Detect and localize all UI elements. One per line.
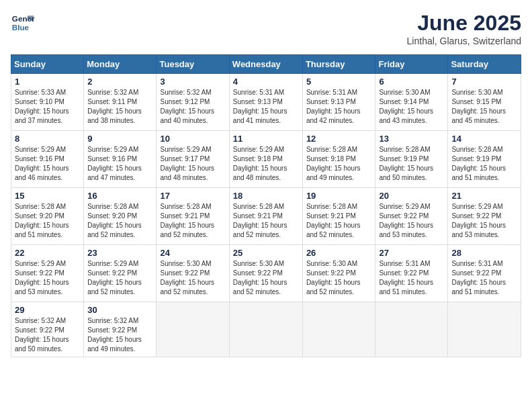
day-number: 7 [451,77,517,87]
header-tuesday: Tuesday [157,55,229,74]
day-number: 21 [451,191,517,201]
day-number: 4 [233,77,299,87]
calendar-day-cell: 9 Sunrise: 5:29 AM Sunset: 9:16 PM Dayli… [84,131,157,188]
calendar-week-row: 8 Sunrise: 5:29 AM Sunset: 9:16 PM Dayli… [11,131,521,188]
title-block: June 2025 Linthal, Glarus, Switzerland [407,11,521,46]
calendar-week-row: 15 Sunrise: 5:28 AM Sunset: 9:20 PM Dayl… [11,188,521,245]
daylight-label: Daylight: 15 hours and 52 minutes. [87,222,142,238]
day-number: 14 [451,134,517,144]
calendar-day-cell [157,302,229,357]
sunset-label: Sunset: 9:16 PM [15,155,64,163]
day-number: 8 [15,134,80,144]
day-detail: Sunrise: 5:30 AM Sunset: 9:22 PM Dayligh… [233,259,299,297]
sunset-label: Sunset: 9:15 PM [451,98,501,105]
sunset-label: Sunset: 9:20 PM [87,212,137,220]
header-wednesday: Wednesday [229,55,302,74]
day-detail: Sunrise: 5:29 AM Sunset: 9:16 PM Dayligh… [87,145,152,183]
sunset-label: Sunset: 9:19 PM [451,155,501,163]
sunset-label: Sunset: 9:22 PM [451,212,501,220]
sunrise-label: Sunrise: 5:28 AM [233,203,284,210]
sunrise-label: Sunrise: 5:31 AM [233,89,284,96]
day-number: 9 [87,134,152,144]
sunset-label: Sunset: 9:18 PM [233,155,283,163]
sunrise-label: Sunrise: 5:28 AM [15,203,66,210]
daylight-label: Daylight: 15 hours and 52 minutes. [306,222,361,238]
day-number: 25 [233,248,299,258]
sunrise-label: Sunrise: 5:32 AM [87,89,138,96]
sunset-label: Sunset: 9:14 PM [379,98,429,105]
sunset-label: Sunset: 9:22 PM [379,212,429,220]
sunrise-label: Sunrise: 5:30 AM [160,260,211,267]
day-number: 1 [15,77,80,87]
sunrise-label: Sunrise: 5:28 AM [87,203,138,210]
calendar-day-cell: 20 Sunrise: 5:29 AM Sunset: 9:22 PM Dayl… [375,188,448,245]
calendar-day-cell: 26 Sunrise: 5:30 AM Sunset: 9:22 PM Dayl… [302,245,375,302]
daylight-label: Daylight: 15 hours and 52 minutes. [160,279,214,295]
header-monday: Monday [84,55,157,74]
sunrise-label: Sunrise: 5:29 AM [87,260,138,267]
daylight-label: Daylight: 15 hours and 52 minutes. [233,279,287,295]
daylight-label: Daylight: 15 hours and 53 minutes. [451,222,506,238]
daylight-label: Daylight: 15 hours and 53 minutes. [379,222,433,238]
calendar-day-cell: 8 Sunrise: 5:29 AM Sunset: 9:16 PM Dayli… [11,131,84,188]
sunrise-label: Sunrise: 5:29 AM [451,203,502,210]
daylight-label: Daylight: 15 hours and 38 minutes. [87,107,142,124]
calendar-day-cell: 21 Sunrise: 5:29 AM Sunset: 9:22 PM Dayl… [448,188,521,245]
sunset-label: Sunset: 9:22 PM [233,269,283,277]
calendar-day-cell: 25 Sunrise: 5:30 AM Sunset: 9:22 PM Dayl… [229,245,302,302]
day-detail: Sunrise: 5:29 AM Sunset: 9:22 PM Dayligh… [379,202,444,240]
day-detail: Sunrise: 5:28 AM Sunset: 9:20 PM Dayligh… [15,202,80,240]
sunrise-label: Sunrise: 5:32 AM [160,89,211,96]
sunrise-label: Sunrise: 5:29 AM [160,146,211,153]
sunrise-label: Sunrise: 5:29 AM [15,146,66,153]
calendar-week-row: 1 Sunrise: 5:33 AM Sunset: 9:10 PM Dayli… [11,74,521,131]
sunset-label: Sunset: 9:22 PM [451,269,501,277]
daylight-label: Daylight: 15 hours and 49 minutes. [306,165,361,181]
day-detail: Sunrise: 5:32 AM Sunset: 9:12 PM Dayligh… [160,88,225,126]
calendar-week-row: 29 Sunrise: 5:32 AM Sunset: 9:22 PM Dayl… [11,302,521,357]
sunset-label: Sunset: 9:21 PM [160,212,210,220]
day-number: 12 [306,134,372,144]
calendar-day-cell: 7 Sunrise: 5:30 AM Sunset: 9:15 PM Dayli… [448,74,521,131]
day-number: 19 [306,191,372,201]
sunset-label: Sunset: 9:22 PM [160,269,210,277]
day-number: 20 [379,191,444,201]
calendar-day-cell: 16 Sunrise: 5:28 AM Sunset: 9:20 PM Dayl… [84,188,157,245]
day-number: 10 [160,134,225,144]
daylight-label: Daylight: 15 hours and 46 minutes. [15,165,69,181]
daylight-label: Daylight: 15 hours and 50 minutes. [15,336,69,353]
day-detail: Sunrise: 5:30 AM Sunset: 9:15 PM Dayligh… [451,88,517,126]
sunrise-label: Sunrise: 5:32 AM [15,317,66,324]
day-number: 18 [233,191,299,201]
day-detail: Sunrise: 5:32 AM Sunset: 9:22 PM Dayligh… [15,316,80,354]
day-number: 26 [306,248,372,258]
day-number: 13 [379,134,444,144]
calendar-day-cell: 29 Sunrise: 5:32 AM Sunset: 9:22 PM Dayl… [11,302,84,357]
calendar-day-cell: 30 Sunrise: 5:32 AM Sunset: 9:22 PM Dayl… [84,302,157,357]
day-number: 22 [15,248,80,258]
calendar-header-row: Sunday Monday Tuesday Wednesday Thursday… [11,55,521,74]
calendar-day-cell: 28 Sunrise: 5:31 AM Sunset: 9:22 PM Dayl… [448,245,521,302]
day-detail: Sunrise: 5:30 AM Sunset: 9:14 PM Dayligh… [379,88,444,126]
sunset-label: Sunset: 9:22 PM [15,269,64,277]
sunrise-label: Sunrise: 5:33 AM [15,89,66,96]
sunset-label: Sunset: 9:11 PM [87,98,137,105]
sunset-label: Sunset: 9:19 PM [379,155,429,163]
daylight-label: Daylight: 15 hours and 52 minutes. [87,279,142,295]
sunset-label: Sunset: 9:18 PM [306,155,356,163]
sunset-label: Sunset: 9:21 PM [306,212,356,220]
day-detail: Sunrise: 5:33 AM Sunset: 9:10 PM Dayligh… [15,88,80,126]
calendar-day-cell: 4 Sunrise: 5:31 AM Sunset: 9:13 PM Dayli… [229,74,302,131]
calendar-day-cell: 12 Sunrise: 5:28 AM Sunset: 9:18 PM Dayl… [302,131,375,188]
daylight-label: Daylight: 15 hours and 52 minutes. [306,279,361,295]
daylight-label: Daylight: 15 hours and 48 minutes. [160,165,214,181]
day-number: 27 [379,248,444,258]
calendar-day-cell: 1 Sunrise: 5:33 AM Sunset: 9:10 PM Dayli… [11,74,84,131]
day-number: 30 [87,305,152,315]
day-number: 24 [160,248,225,258]
sunrise-label: Sunrise: 5:28 AM [306,146,357,153]
sunset-label: Sunset: 9:13 PM [306,98,356,105]
calendar-day-cell: 5 Sunrise: 5:31 AM Sunset: 9:13 PM Dayli… [302,74,375,131]
sunrise-label: Sunrise: 5:31 AM [451,260,502,267]
calendar-day-cell: 23 Sunrise: 5:29 AM Sunset: 9:22 PM Dayl… [84,245,157,302]
